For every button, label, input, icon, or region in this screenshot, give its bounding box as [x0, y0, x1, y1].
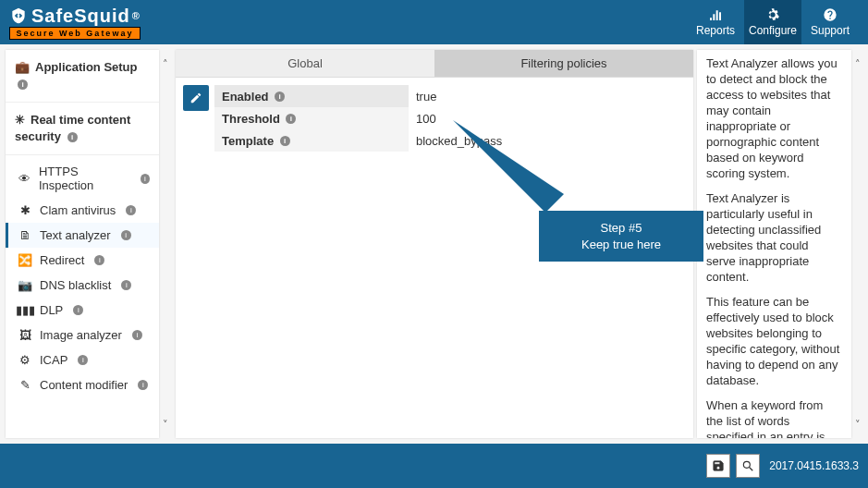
info-icon[interactable]: i: [286, 114, 296, 124]
callout-box: Step #5 Keep true here: [539, 211, 703, 262]
info-icon[interactable]: i: [126, 205, 136, 215]
help-icon: [823, 7, 837, 22]
info-icon[interactable]: i: [121, 280, 131, 290]
brand-subtitle: Secure Web Gateway: [9, 27, 141, 40]
scroll-down-icon[interactable]: ˅: [851, 418, 864, 431]
body: 💼Application Setup i ✳Real time content …: [0, 44, 868, 444]
info-icon[interactable]: i: [280, 136, 290, 146]
save-button[interactable]: [706, 454, 730, 478]
brand-logo: SafeSquid® Secure Web Gateway: [9, 6, 141, 40]
gears-icon: [765, 7, 780, 22]
support-label: Support: [811, 24, 850, 37]
sidebar-scrollbar[interactable]: ˄ ˅: [159, 50, 172, 438]
sidebar-item-redirect[interactable]: 🔀 Redirect i: [6, 248, 159, 273]
logo-icon: [9, 6, 28, 25]
configure-label: Configure: [749, 24, 797, 37]
reports-button[interactable]: Reports: [687, 0, 744, 44]
tab-label: Filtering policies: [520, 56, 606, 70]
tab-filtering-policies[interactable]: Filtering policies: [434, 50, 693, 78]
sidebar-item-clam-antivirus[interactable]: ✱ Clam antivirus i: [6, 198, 159, 223]
form-label-threshold: Threshold i: [214, 107, 409, 129]
svg-line-2: [750, 468, 753, 471]
search-icon: [741, 459, 754, 472]
sidebar: 💼Application Setup i ✳Real time content …: [6, 50, 159, 438]
scroll-down-icon[interactable]: ˅: [159, 418, 172, 431]
info-icon[interactable]: i: [132, 330, 142, 340]
shuffle-icon: 🔀: [18, 253, 32, 267]
search-button[interactable]: [736, 454, 760, 478]
info-icon[interactable]: i: [73, 305, 83, 315]
sidebar-group-application-setup[interactable]: 💼Application Setup i: [6, 50, 159, 103]
pencil-icon: [189, 92, 202, 104]
scroll-up-icon[interactable]: ˄: [159, 57, 172, 70]
form-value-enabled[interactable]: true: [409, 85, 686, 107]
help-paragraph: Text Analyzer is particularly useful in …: [706, 190, 840, 285]
sidebar-item-label: Content modifier: [40, 378, 128, 392]
tab-label: Global: [287, 56, 323, 70]
info-icon[interactable]: i: [141, 174, 150, 184]
briefcase-icon: 💼: [15, 60, 30, 74]
sidebar-item-label: Redirect: [40, 253, 84, 267]
tabs: Global Filtering policies: [176, 50, 693, 78]
sidebar-group1-label: Application Setup: [35, 60, 138, 74]
sidebar-item-label: Text analyzer: [40, 228, 111, 242]
sidebar-item-image-analyzer[interactable]: 🖼 Image analyzer i: [6, 323, 159, 348]
form-row-enabled: Enabled i true: [214, 85, 686, 107]
help-column: Text Analyzer allows you to detect and b…: [695, 44, 868, 444]
sidebar-group-realtime[interactable]: ✳Real time content security i: [6, 103, 159, 155]
help-paragraph: Text Analyzer allows you to detect and b…: [706, 55, 840, 181]
form-label-template: Template i: [214, 129, 409, 152]
eye-icon: 👁: [18, 172, 31, 186]
file-text-icon: 🗎: [18, 228, 32, 242]
help-panel: Text Analyzer allows you to detect and b…: [697, 50, 851, 438]
save-icon: [712, 459, 725, 472]
svg-marker-0: [453, 120, 564, 213]
configure-button[interactable]: Configure: [744, 0, 801, 44]
sidebar-item-text-analyzer[interactable]: 🗎 Text analyzer i: [6, 223, 159, 248]
brand-registered: ®: [132, 10, 141, 21]
sidebar-item-https-inspection[interactable]: 👁 HTTPS Inspection i: [6, 159, 159, 198]
form-label-enabled: Enabled i: [214, 85, 409, 107]
help-paragraph: When a keyword from the list of words sp…: [706, 397, 840, 438]
asterisk-icon: ✱: [18, 203, 32, 217]
edit-icon: ✎: [18, 378, 32, 392]
callout-text: Keep true here: [581, 237, 661, 253]
sidebar-item-dns-blacklist[interactable]: 📷 DNS blacklist i: [6, 273, 159, 298]
brand-name: SafeSquid: [31, 6, 130, 27]
info-icon[interactable]: i: [138, 380, 148, 390]
info-icon[interactable]: i: [18, 79, 28, 90]
info-icon[interactable]: i: [67, 132, 78, 142]
tab-global[interactable]: Global: [176, 50, 434, 78]
top-actions: Reports Configure Support: [687, 0, 859, 44]
sidebar-item-content-modifier[interactable]: ✎ Content modifier i: [6, 372, 159, 397]
help-scrollbar[interactable]: ˄ ˅: [851, 50, 864, 438]
chart-icon: [708, 7, 723, 22]
sidebar-item-label: Image analyzer: [40, 328, 122, 342]
sidebar-column: 💼Application Setup i ✳Real time content …: [0, 44, 174, 444]
scroll-up-icon[interactable]: ˄: [851, 57, 864, 70]
support-button[interactable]: Support: [801, 0, 859, 44]
barcode-icon: ▮▮▮: [18, 303, 32, 317]
bug-icon: ✳: [15, 113, 25, 127]
sidebar-item-icap[interactable]: ⚙ ICAP i: [6, 348, 159, 372]
image-icon: 🖼: [18, 328, 32, 342]
help-text: Text Analyzer allows you to detect and b…: [706, 55, 840, 438]
top-bar: SafeSquid® Secure Web Gateway Reports Co…: [0, 0, 868, 44]
sidebar-list: 👁 HTTPS Inspection i ✱ Clam antivirus i …: [6, 155, 159, 401]
info-icon[interactable]: i: [121, 230, 131, 240]
version-label: 2017.0415.1633.3: [769, 459, 859, 472]
info-icon[interactable]: i: [275, 92, 285, 102]
info-icon[interactable]: i: [94, 255, 104, 265]
camera-icon: 📷: [18, 278, 32, 292]
help-paragraph: This feature can be effectively used to …: [706, 294, 840, 388]
sidebar-item-label: DNS blacklist: [40, 278, 111, 292]
edit-button[interactable]: [183, 85, 209, 111]
svg-point-1: [744, 461, 751, 468]
sidebar-item-label: Clam antivirus: [40, 203, 116, 217]
reports-label: Reports: [696, 24, 735, 37]
info-icon[interactable]: i: [78, 355, 88, 365]
sidebar-item-dlp[interactable]: ▮▮▮ DLP i: [6, 298, 159, 323]
sidebar-item-label: HTTPS Inspection: [39, 165, 130, 192]
sidebar-item-label: DLP: [40, 303, 63, 317]
sliders-icon: ⚙: [18, 353, 32, 367]
